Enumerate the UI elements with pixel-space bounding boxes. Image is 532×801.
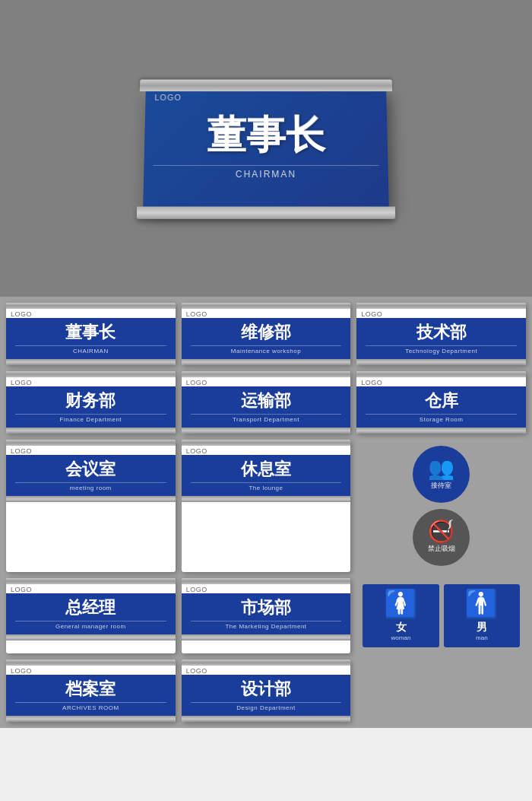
sign-english: Finance Department [12,416,169,423]
bar-top [182,303,351,309]
bar-bottom [6,496,176,502]
sign-english: meeting room [12,485,169,491]
grid-section: LOGO 董事长 CHAIRMAN LOGO 维修部 Maintenance w… [0,297,532,728]
sign-body: 运输部 Transport Department [182,386,351,428]
sign-chinese: 财务部 [12,389,169,412]
sign-divider [191,414,342,415]
sign-logo: LOGO [182,377,351,386]
sign-chinese: 档案室 [12,678,169,701]
sign-chinese: 会议室 [12,458,169,481]
sign-divider [191,482,342,483]
sign-chinese: 休息室 [188,458,345,481]
sign-english: CHAIRMAN [12,348,169,354]
sign-chinese: 运输部 [188,389,345,412]
sign-body: 仓库 Storage Room [356,386,526,428]
sign-logo: LOGO [6,666,176,675]
nosmoking-badge: 🚭 禁止吸烟 [413,509,470,566]
sign-chinese: 维修部 [188,321,345,344]
reception-label: 接待室 [431,481,451,491]
sign-english: The Marketing Department [188,623,345,630]
sign-logo: LOGO [6,446,176,455]
nosmoking-icon: 🚭 [428,521,454,542]
toilet-signs: 🚺 女 woman 🚹 男 man [356,578,526,653]
sign-logo: LOGO [356,377,526,386]
bar-top [6,578,176,584]
men-label-en: man [476,634,488,641]
sign-chinese: 技术部 [363,321,520,344]
sign-logo: LOGO [182,666,351,675]
bar-bottom [6,428,176,434]
bar-top [6,303,176,309]
sign-logo: LOGO [6,309,176,318]
sign-divider [191,621,342,621]
bar-top [6,660,176,666]
sign-6: LOGO 会议室 meeting room [6,440,176,572]
bar-bottom [6,359,176,365]
reception-badge: 👥 接待室 [413,446,470,503]
bar-top [182,578,351,584]
sign-body: 休息室 The lounge [182,455,351,496]
bar-top [356,371,526,377]
sign-english: General manager room [12,623,169,630]
sign-chinese: 董事长 [12,321,169,344]
women-label-cn: 女 [396,621,407,634]
sign-english: Storage Room [363,416,520,423]
men-icon: 🚹 [464,590,499,618]
sign-divider [15,621,166,621]
sign-divider [366,345,517,346]
sign-logo: LOGO [182,309,351,318]
nosmoking-label: 禁止吸烟 [428,544,455,554]
sign-english: Transport Department [188,416,345,423]
women-label-en: woman [391,634,411,641]
bar-top [182,660,351,666]
bar-bottom [182,359,351,365]
sign-body: 董事长 CHAIRMAN [6,318,176,359]
sign-body: 财务部 Finance Department [6,386,176,428]
sign-english: ARCHIVES ROOM [12,704,169,711]
sign-body: 档案室 ARCHIVES ROOM [6,675,176,716]
sign-11: LOGO 设计部 Design Department [182,660,351,722]
sign-divider [15,702,166,703]
bar-bottom [182,634,351,640]
sign-divider [15,345,166,346]
sign-divider [15,482,166,483]
sign-logo: LOGO [6,377,176,386]
sign-chinese: 仓库 [363,389,520,412]
bar-bottom [356,359,526,365]
sign-logo: LOGO [6,584,176,593]
sign-body: 总经理 General manager room [6,593,176,634]
sign-divider [366,414,517,415]
women-toilet: 🚺 女 woman [363,584,439,647]
circle-signs: 👥 接待室 🚭 禁止吸烟 [356,440,526,572]
bar-bottom [6,716,176,722]
bar-bottom [182,428,351,434]
sign-1: LOGO 维修部 Maintenance workshop [182,303,351,365]
hero-sign: LOGO 董事长 CHAIRMAN [143,88,389,209]
sign-english: Maintenance workshop [188,348,345,354]
sign-english: The lounge [188,485,345,491]
bar-top [182,440,351,446]
bar-top [182,371,351,377]
women-icon: 🚺 [384,590,418,618]
hero-subtitle: CHAIRMAN [144,169,388,180]
bar-top [6,371,176,377]
reception-icon: 👥 [428,458,454,479]
bar-top [6,440,176,446]
sign-logo: LOGO [182,584,351,593]
sign-body: 市场部 The Marketing Department [182,593,351,634]
hero-section: b LOGO 董事长 CHAIRMAN [0,0,532,297]
sign-chinese: 总经理 [12,596,169,619]
sign-4: LOGO 运输部 Transport Department [182,371,351,434]
sign-chinese: 市场部 [188,596,345,619]
sign-0: LOGO 董事长 CHAIRMAN [6,303,176,365]
sign-divider [191,702,342,703]
men-toilet: 🚹 男 man [444,584,520,647]
sign-divider [191,345,342,346]
sign-8: LOGO 总经理 General manager room [6,578,176,653]
sign-2: LOGO 技术部 Technology Department [356,303,526,365]
bar-bottom [356,428,526,434]
sign-body: 维修部 Maintenance workshop [182,318,351,359]
sign-body: 设计部 Design Department [182,675,351,716]
bar-bottom [182,496,351,502]
sign-7: LOGO 休息室 The lounge [182,440,351,572]
